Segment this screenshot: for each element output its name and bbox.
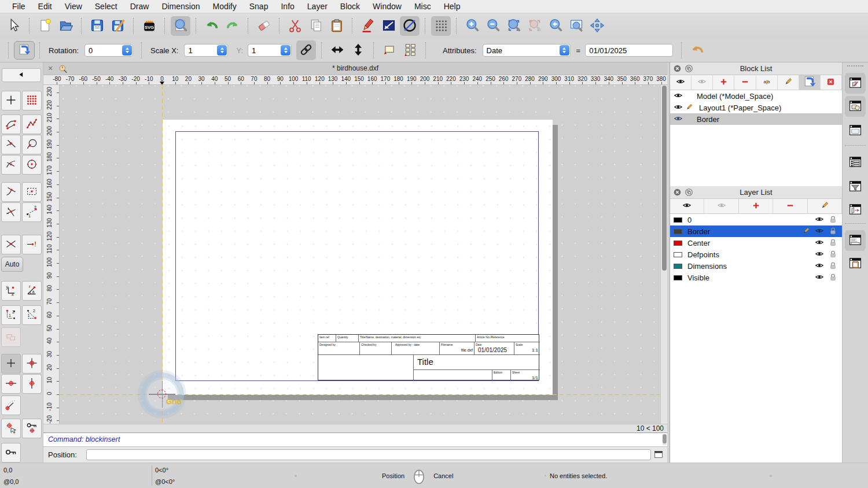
detach-command-button[interactable]	[654, 450, 664, 459]
menu-file[interactable]: File	[6, 2, 32, 11]
dock-clipboard-button[interactable]	[845, 253, 866, 274]
scale-y-spinbox[interactable]	[248, 44, 292, 57]
block-remove-all-button[interactable]	[821, 75, 842, 90]
snap-restrict-button[interactable]: !	[22, 235, 42, 254]
menu-help[interactable]: Help	[437, 2, 467, 11]
menu-block[interactable]: Block	[334, 2, 366, 11]
redo-button[interactable]	[223, 16, 242, 36]
layer-visibility-icon[interactable]	[815, 249, 824, 260]
menu-draw[interactable]: Draw	[124, 2, 156, 11]
dock-layer-list-button[interactable]	[845, 96, 866, 117]
menu-dimension[interactable]: Dimension	[155, 2, 206, 11]
scale-y-input[interactable]	[248, 44, 280, 57]
pointer-tool-button[interactable]	[4, 16, 24, 36]
grid-toggle-button[interactable]	[431, 16, 451, 36]
layer-show-all-button[interactable]	[670, 199, 704, 213]
rotation-input[interactable]	[85, 44, 122, 57]
attribute-select[interactable]	[483, 44, 571, 57]
command-scrollbar-thumb[interactable]	[663, 434, 667, 443]
menu-modify[interactable]: Modify	[207, 2, 243, 11]
restrict-vertical-button[interactable]	[22, 374, 42, 394]
rel-cartesian-button[interactable]: 12	[1, 305, 21, 325]
dock-block-list-button[interactable]	[845, 73, 866, 94]
lock-relative-zero-button[interactable]	[22, 419, 42, 438]
position-input[interactable]	[86, 449, 651, 460]
copy-button[interactable]	[306, 16, 326, 36]
restrict-off-button[interactable]	[1, 327, 21, 347]
layer-row-visible[interactable]: Visible	[670, 272, 842, 283]
zoom-auto-button[interactable]	[504, 16, 524, 36]
cut-button[interactable]	[285, 16, 305, 36]
insert-single-button[interactable]	[380, 40, 399, 60]
menu-window[interactable]: Window	[366, 2, 408, 11]
link-scales-button[interactable]	[296, 40, 316, 60]
rotation-spinbox[interactable]	[84, 44, 133, 57]
snap-free-button[interactable]	[1, 91, 21, 110]
block-row-model-model-space-[interactable]: Model (*Model_Space)	[670, 90, 842, 102]
coord-polar-button[interactable]: ra	[22, 281, 42, 301]
restrict-orthogonal-button[interactable]	[22, 354, 42, 374]
block-row-layout1-paper-space-[interactable]: Layout1 (*Paper_Space)	[670, 102, 842, 113]
undo-button[interactable]	[202, 16, 222, 36]
coord-cartesian-button[interactable]: yx	[1, 281, 21, 301]
snap-intersection-button[interactable]	[1, 202, 21, 222]
open-file-button[interactable]	[56, 16, 76, 36]
save-file-as-button[interactable]	[108, 16, 128, 36]
dock-handle[interactable]	[847, 65, 863, 66]
save-file-button[interactable]	[87, 16, 107, 36]
back-arrow-button[interactable]	[2, 68, 41, 82]
snap-endpoints-button[interactable]	[1, 114, 21, 134]
snap-on-entity-button[interactable]	[22, 114, 42, 134]
menu-info[interactable]: Info	[274, 2, 300, 11]
ellipse-tool-button[interactable]	[400, 16, 420, 36]
dock-library-browser-button[interactable]	[845, 120, 866, 141]
layer-remove-layer-button[interactable]	[773, 199, 807, 213]
menu-view[interactable]: View	[58, 2, 89, 11]
zoom-in-button[interactable]	[462, 16, 482, 36]
flip-horizontal-button[interactable]	[328, 40, 347, 60]
layer-visibility-icon[interactable]	[815, 215, 824, 225]
restrict-horizontal-button[interactable]	[1, 374, 21, 394]
command-scrollbar[interactable]	[663, 434, 667, 445]
stepper-icon[interactable]	[281, 45, 290, 56]
draw-pencil-button[interactable]	[358, 16, 378, 36]
layer-row-defpoints[interactable]: Defpoints	[670, 249, 842, 260]
layer-lock-icon[interactable]	[829, 227, 837, 237]
layer-row-center[interactable]: Center	[670, 237, 842, 249]
layer-lock-icon[interactable]	[829, 261, 837, 272]
set-relative-zero-button[interactable]	[1, 419, 21, 438]
dropdown-stepper-icon[interactable]	[560, 45, 569, 56]
vertical-scrollbar[interactable]	[660, 85, 667, 424]
zoom-pan-button[interactable]	[587, 16, 607, 36]
zoom-previous-button[interactable]	[546, 16, 565, 36]
layer-row-dimensions[interactable]: Dimensions	[670, 260, 842, 272]
line-tool-button[interactable]	[379, 16, 399, 36]
snap-auto-button[interactable]: Auto	[1, 257, 23, 272]
snap-intersection-manual-button[interactable]	[1, 235, 21, 254]
flip-vertical-button[interactable]	[348, 40, 368, 60]
restrict-nothing-button[interactable]	[1, 354, 21, 374]
zoom-out-button[interactable]	[483, 16, 503, 36]
layer-edit-layer-button[interactable]	[808, 199, 842, 213]
block-hide-all-button[interactable]	[692, 75, 713, 90]
block-add-block-button[interactable]	[713, 75, 734, 90]
stepper-icon[interactable]	[122, 45, 132, 56]
snap-tangent-button[interactable]	[1, 155, 21, 175]
attribute-select-value[interactable]	[483, 44, 559, 57]
layer-visibility-icon[interactable]	[815, 261, 824, 272]
layer-hide-all-button[interactable]	[704, 199, 738, 213]
layer-lock-icon[interactable]	[829, 250, 837, 260]
menu-snap[interactable]: Snap	[243, 2, 275, 11]
block-edit-block-button[interactable]	[778, 75, 799, 90]
scale-x-spinbox[interactable]	[184, 44, 228, 57]
scale-x-input[interactable]	[185, 44, 216, 57]
layer-lock-icon[interactable]	[829, 215, 837, 225]
paste-button[interactable]	[327, 16, 347, 36]
key-lock-button[interactable]	[1, 443, 21, 463]
zoom-selection-button[interactable]	[525, 16, 545, 36]
layer-add-layer-button[interactable]	[739, 199, 773, 213]
block-remove-block-button[interactable]	[734, 75, 756, 90]
layer-row-0[interactable]: 0	[670, 214, 842, 225]
block-rename-block-button[interactable]: a|b	[756, 75, 778, 90]
layer-visibility-icon[interactable]	[815, 272, 824, 283]
